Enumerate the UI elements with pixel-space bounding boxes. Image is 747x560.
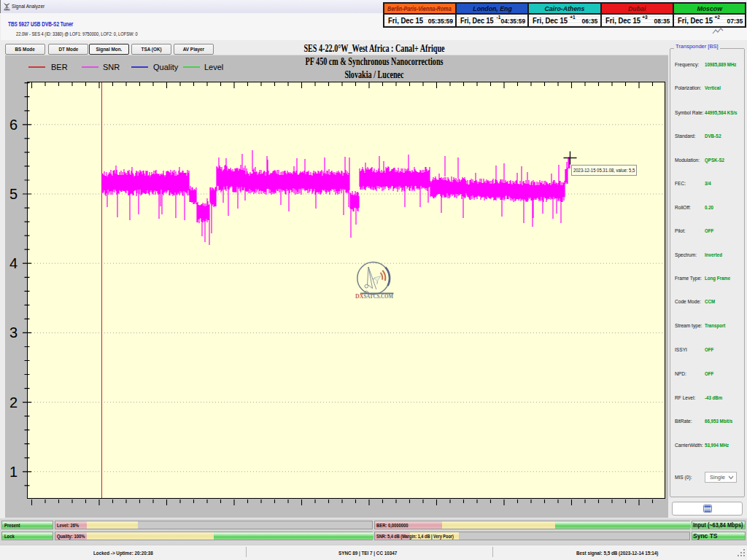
svg-text:DX: DX bbox=[355, 292, 364, 300]
svg-text:SATCS.COM: SATCS.COM bbox=[364, 292, 394, 300]
